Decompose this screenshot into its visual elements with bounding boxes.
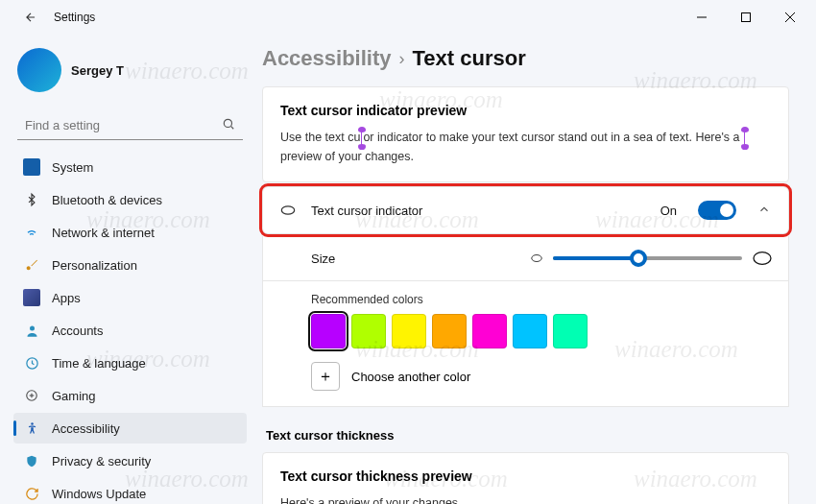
- sidebar-item-label: Network & internet: [52, 226, 155, 240]
- sidebar-item-label: Windows Update: [52, 487, 146, 501]
- size-row: Size: [262, 236, 789, 281]
- size-small-icon: [530, 252, 543, 264]
- profile-name: Sergey T: [71, 63, 124, 78]
- preview-title: Text cursor indicator preview: [280, 103, 771, 118]
- avatar: [17, 48, 61, 92]
- sidebar-item-label: Gaming: [52, 389, 96, 403]
- thickness-preview-desc: Here's a preview of your changes.: [280, 493, 771, 504]
- brush-icon: [23, 256, 40, 274]
- size-large-icon: [752, 250, 773, 267]
- recommended-colors-label: Recommended colors: [311, 293, 773, 306]
- sidebar-item-label: Apps: [52, 291, 81, 305]
- svg-point-4: [224, 119, 231, 127]
- sidebar-item-accessibility[interactable]: Accessibility: [13, 413, 247, 444]
- sidebar-item-network[interactable]: Network & internet: [13, 217, 247, 248]
- sidebar-item-personalization[interactable]: Personalization: [13, 250, 247, 280]
- main-content: Accessibility › Text cursor Text cursor …: [254, 35, 816, 504]
- indicator-toggle[interactable]: [698, 201, 736, 220]
- text-cursor-indicator-icon: [361, 132, 362, 145]
- person-icon: [23, 322, 40, 339]
- gamepad-icon: [23, 387, 40, 404]
- breadcrumb-current: Text cursor: [413, 46, 526, 71]
- minimize-button[interactable]: [680, 2, 724, 33]
- sidebar-item-privacy[interactable]: Privacy & security: [13, 445, 247, 476]
- breadcrumb-parent[interactable]: Accessibility: [262, 46, 392, 71]
- globe-clock-icon: [23, 354, 40, 372]
- size-label: Size: [311, 252, 513, 266]
- slider-thumb[interactable]: [630, 250, 647, 267]
- color-swatch-5[interactable]: [513, 314, 547, 348]
- color-swatch-6[interactable]: [553, 314, 588, 348]
- color-swatch-1[interactable]: [351, 314, 386, 348]
- back-button[interactable]: [19, 6, 42, 29]
- shield-icon: [23, 452, 40, 469]
- maximize-button[interactable]: [724, 2, 768, 33]
- svg-point-11: [31, 422, 34, 425]
- preview-description: Use the text cuor indicator to make your…: [280, 128, 771, 166]
- search-input[interactable]: [25, 118, 222, 132]
- sidebar-item-accounts[interactable]: Accounts: [13, 315, 247, 346]
- sidebar-item-label: Privacy & security: [52, 454, 151, 468]
- color-swatch-4[interactable]: [472, 314, 507, 348]
- recommended-colors-section: Recommended colors ＋ Choose another colo…: [262, 281, 789, 407]
- svg-point-13: [532, 255, 542, 262]
- cursor-indicator-icon: [278, 201, 298, 220]
- sidebar-item-bluetooth[interactable]: Bluetooth & devices: [13, 184, 247, 215]
- thickness-preview-title: Text cursor thickness preview: [280, 468, 771, 484]
- search-box[interactable]: [17, 111, 243, 140]
- svg-point-14: [754, 252, 771, 265]
- thickness-preview-card: Text cursor thickness preview Here's a p…: [262, 452, 789, 504]
- profile-block[interactable]: Sergey T: [13, 42, 247, 106]
- sidebar-item-gaming[interactable]: Gaming: [13, 380, 247, 411]
- sidebar-item-label: Accessibility: [52, 421, 120, 436]
- sidebar-item-label: Time & language: [52, 356, 146, 371]
- sidebar-item-label: Accounts: [52, 324, 103, 338]
- choose-another-color-button[interactable]: ＋: [311, 362, 340, 391]
- sidebar-item-label: Bluetooth & devices: [52, 193, 162, 207]
- color-swatch-3[interactable]: [432, 314, 467, 348]
- indicator-label: Text cursor indicator: [311, 204, 647, 218]
- accessibility-icon: [23, 420, 40, 437]
- preview-card: Text cursor indicator preview Use the te…: [262, 86, 789, 182]
- sidebar-item-label: System: [52, 160, 93, 175]
- breadcrumb: Accessibility › Text cursor: [262, 35, 789, 86]
- toggle-state-label: On: [660, 204, 677, 218]
- bluetooth-icon: [23, 191, 40, 208]
- chevron-right-icon: ›: [399, 49, 405, 69]
- text-cursor-indicator-icon: [744, 132, 745, 145]
- sidebar-item-time[interactable]: Time & language: [13, 348, 247, 378]
- svg-point-6: [30, 325, 35, 330]
- update-icon: [23, 485, 40, 502]
- svg-line-5: [231, 127, 234, 130]
- sidebar-item-update[interactable]: Windows Update: [13, 478, 247, 504]
- color-swatch-2[interactable]: [392, 314, 426, 348]
- window-title: Settings: [54, 11, 95, 24]
- svg-point-12: [281, 206, 294, 214]
- color-swatch-0[interactable]: [311, 314, 346, 348]
- sidebar-item-label: Personalization: [52, 258, 137, 273]
- close-button[interactable]: [768, 2, 812, 33]
- system-icon: [23, 158, 40, 176]
- thickness-heading: Text cursor thickness: [262, 407, 789, 452]
- svg-rect-1: [742, 13, 751, 22]
- apps-icon: [23, 289, 40, 306]
- size-slider[interactable]: [553, 256, 742, 260]
- sidebar-item-apps[interactable]: Apps: [13, 282, 247, 313]
- search-icon: [222, 117, 235, 133]
- sidebar-item-system[interactable]: System: [13, 152, 247, 182]
- choose-another-color-label: Choose another color: [351, 370, 470, 384]
- wifi-icon: [23, 224, 40, 241]
- text-cursor-indicator-row[interactable]: Text cursor indicator On: [262, 186, 789, 234]
- chevron-up-icon[interactable]: [757, 203, 773, 218]
- sidebar: Sergey T System Bluetooth & devices Netw…: [0, 35, 254, 504]
